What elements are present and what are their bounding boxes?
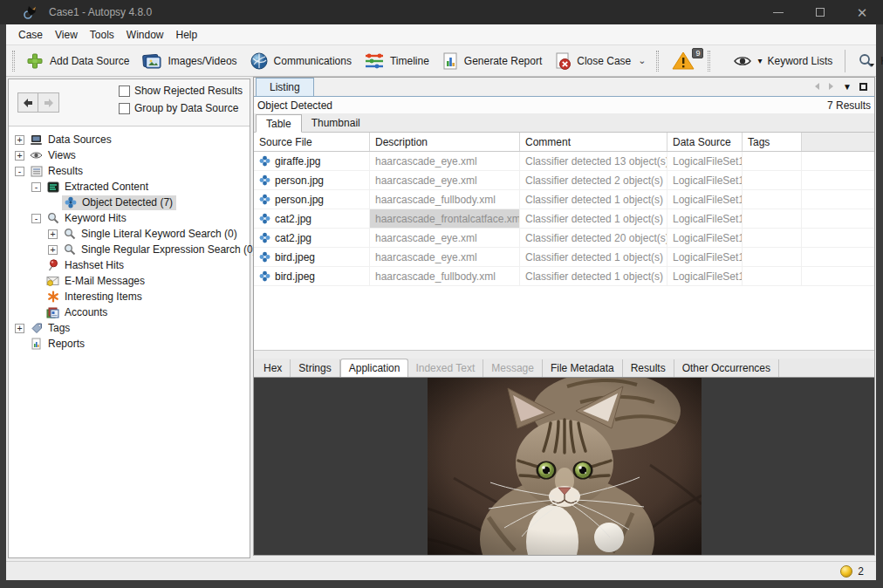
tab-other-occurrences[interactable]: Other Occurrences — [674, 359, 779, 377]
cell-source-file: bird.jpeg — [275, 251, 315, 263]
tab-list-dropdown-icon[interactable]: ▼ — [843, 82, 852, 92]
object-detected-icon — [259, 174, 270, 186]
column-header-description[interactable]: Description — [370, 133, 520, 151]
result-header: Object Detected 7 Results — [254, 97, 874, 113]
tree-item-hashset-hits[interactable]: Hashset Hits — [9, 257, 250, 273]
cell-data-source: LogicalFileSet1 — [667, 171, 743, 189]
email-icon — [45, 275, 60, 288]
maximize-panel-icon[interactable] — [859, 83, 867, 91]
cell-source-file: bird.jpeg — [275, 270, 315, 283]
back-button[interactable] — [17, 92, 38, 113]
tree-item-reports[interactable]: Reports — [9, 336, 250, 352]
search-icon — [858, 53, 875, 69]
tree-item-views[interactable]: + Views — [9, 147, 250, 163]
close-case-dropdown-icon[interactable]: ⌄ — [638, 55, 646, 66]
generate-report-button[interactable]: Generate Report — [435, 49, 548, 73]
expand-icon[interactable]: + — [15, 324, 24, 333]
menu-case[interactable]: Case — [12, 24, 49, 44]
cell-comment: Classifier detected 1 object(s) — [520, 209, 667, 228]
tree-item-tags[interactable]: + Tags — [9, 320, 250, 336]
background-tasks-icon[interactable] — [840, 565, 852, 578]
minimize-button[interactable] — [757, 0, 799, 24]
tree-item-results[interactable]: - Results — [9, 163, 250, 179]
add-data-source-button[interactable]: Add Data Source — [19, 49, 135, 73]
hashset-hits-pin-icon — [45, 259, 60, 272]
horizontal-splitter[interactable] — [254, 350, 874, 359]
maximize-button[interactable] — [799, 0, 841, 24]
images-videos-button[interactable]: Images/Videos — [135, 49, 243, 73]
toolbar: Add Data Source Images/Videos Communicat… — [6, 45, 876, 77]
table-row[interactable]: bird.jpeg haarcascade_eye.xml Classifier… — [254, 248, 874, 267]
close-case-button[interactable]: Close Case ⌄ — [548, 49, 652, 73]
background-task-count: 2 — [858, 565, 864, 578]
table-row[interactable]: giraffe.jpg haarcascade_eye.xml Classifi… — [254, 152, 874, 171]
add-plus-icon — [25, 51, 44, 71]
collapse-icon[interactable]: - — [31, 182, 41, 192]
main-content: Show Rejected Results Group by Data Sour… — [6, 77, 876, 561]
collapse-icon[interactable]: - — [31, 214, 41, 223]
column-header-source-file[interactable]: Source File — [254, 133, 370, 151]
listing-panel: Listing ▼ Object Detected 7 Results Tabl… — [253, 77, 875, 556]
scroll-tabs-left-icon[interactable] — [813, 82, 820, 91]
expand-icon[interactable]: + — [15, 151, 24, 161]
cell-data-source: LogicalFileSet1 — [667, 248, 743, 266]
table-row-selected[interactable]: cat2.jpg haarcascade_frontalcatface.xml … — [254, 209, 874, 229]
tab-table[interactable]: Table — [256, 114, 302, 133]
menu-help[interactable]: Help — [170, 24, 204, 44]
group-by-data-source-checkbox[interactable]: Group by Data Source — [119, 102, 243, 114]
cell-source-file: person.jpg — [275, 174, 324, 187]
notifications-warning-button[interactable]: 9 — [663, 49, 703, 72]
tree-item-email-messages[interactable]: E-Mail Messages — [9, 273, 250, 289]
tab-thumbnail[interactable]: Thumbnail — [302, 113, 370, 132]
forward-button[interactable] — [38, 92, 59, 113]
table-row[interactable]: person.jpg haarcascade_fullbody.xml Clas… — [254, 190, 874, 209]
keyword-lists-button[interactable]: ▾ Keyword Lists — [727, 52, 839, 70]
media-viewer — [254, 378, 874, 555]
tab-results[interactable]: Results — [623, 359, 674, 377]
cell-description: haarcascade_eye.xml — [370, 229, 520, 247]
communications-button[interactable]: Communications — [243, 49, 358, 73]
tab-strings[interactable]: Strings — [291, 359, 339, 377]
result-title: Object Detected — [257, 99, 332, 112]
cell-description: haarcascade_fullbody.xml — [370, 190, 520, 209]
tree-item-data-sources[interactable]: + Data Sources — [9, 132, 250, 147]
column-header-tags[interactable]: Tags — [743, 133, 802, 151]
menu-window[interactable]: Window — [120, 24, 170, 44]
scroll-tabs-right-icon[interactable] — [828, 82, 835, 91]
expand-icon[interactable]: + — [48, 229, 58, 239]
autopsy-logo-icon — [23, 5, 40, 19]
tab-hex[interactable]: Hex — [256, 359, 291, 377]
keyword-search-button[interactable]: Keyword Search — [852, 51, 883, 72]
tree-item-single-literal-keyword-search[interactable]: + Single Literal Keyword Search (0) — [9, 226, 250, 242]
tab-listing[interactable]: Listing — [256, 78, 314, 96]
checkbox-box — [119, 85, 130, 97]
tree-item-accounts[interactable]: Accounts — [9, 304, 250, 320]
tree-item-single-regular-expression-search[interactable]: + Single Regular Expression Search (0) — [9, 242, 250, 257]
tree-item-keyword-hits[interactable]: - Keyword Hits — [9, 210, 250, 226]
table-header-row: Source File Description Comment Data Sou… — [254, 133, 874, 152]
table-row[interactable]: bird.jpeg haarcascade_fullbody.xml Class… — [254, 267, 874, 286]
expand-icon[interactable]: + — [15, 135, 24, 145]
close-button[interactable]: ✕ — [841, 0, 883, 24]
column-header-data-source[interactable]: Data Source — [667, 133, 743, 151]
table-row[interactable]: cat2.jpg haarcascade_eye.xml Classifier … — [254, 229, 874, 248]
add-data-source-label: Add Data Source — [50, 55, 129, 67]
directory-tree-panel: Show Rejected Results Group by Data Sour… — [8, 79, 250, 558]
cell-data-source: LogicalFileSet1 — [667, 209, 743, 228]
tree-item-extracted-content[interactable]: - Extracted Content — [9, 179, 250, 195]
tree-item-interesting-items[interactable]: Interesting Items — [9, 289, 250, 304]
tab-application[interactable]: Application — [340, 359, 409, 377]
tree-item-object-detected[interactable]: Object Detected (7) — [9, 195, 250, 210]
column-header-comment[interactable]: Comment — [520, 133, 667, 151]
menu-view[interactable]: View — [49, 24, 84, 44]
expand-icon[interactable]: + — [48, 245, 58, 255]
toolbar-separator — [845, 50, 845, 72]
show-rejected-results-checkbox[interactable]: Show Rejected Results — [119, 85, 243, 97]
timeline-button[interactable]: Timeline — [358, 50, 435, 72]
collapse-icon[interactable]: - — [15, 167, 24, 176]
table-row[interactable]: person.jpg haarcascade_eye.xml Classifie… — [254, 171, 874, 190]
cell-description: haarcascade_fullbody.xml — [370, 267, 520, 285]
tab-file-metadata[interactable]: File Metadata — [543, 359, 623, 377]
menu-tools[interactable]: Tools — [84, 24, 120, 44]
document-tab-bar: Listing ▼ — [254, 78, 874, 97]
